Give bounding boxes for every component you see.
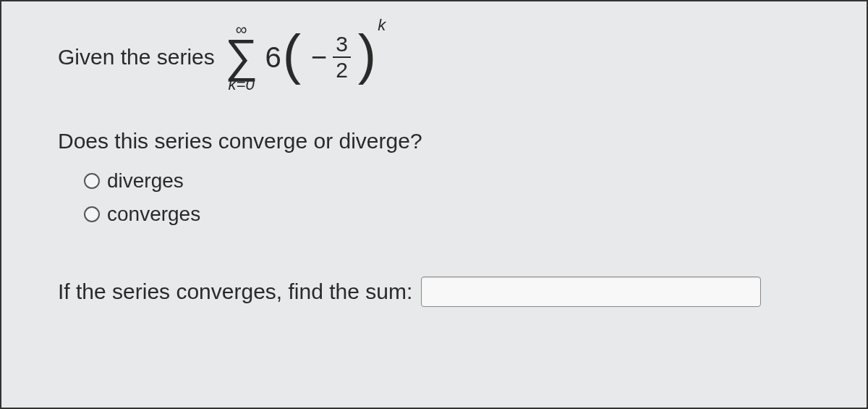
sigma-notation: ∞ ∑ k=0 <box>225 22 258 93</box>
sum-input[interactable] <box>421 277 761 307</box>
radio-icon <box>84 173 100 189</box>
left-paren: ( <box>283 33 301 77</box>
sigma-eq: = <box>237 75 246 93</box>
sum-prompt-line: If the series converges, find the sum: <box>58 277 810 307</box>
option-label: diverges <box>107 169 184 193</box>
paren-content: − 3 2 <box>301 33 358 81</box>
sigma-lower-limit: k=0 <box>229 77 255 93</box>
right-paren: ) <box>358 33 376 77</box>
fraction: 3 2 <box>333 33 351 81</box>
coefficient: 6 <box>265 41 281 74</box>
intro-text: Given the series <box>58 45 215 69</box>
numerator: 3 <box>333 33 351 56</box>
sigma-index-var: k <box>229 75 237 93</box>
exponent: k <box>378 16 386 35</box>
radio-icon <box>84 206 100 222</box>
question-content: Given the series ∞ ∑ k=0 6 ( − 3 2 ) k D… <box>0 0 868 329</box>
option-converges[interactable]: converges <box>84 203 810 226</box>
option-label: converges <box>107 203 200 226</box>
sigma-symbol: ∑ <box>225 36 258 75</box>
sum-prompt-text: If the series converges, find the sum: <box>58 279 412 304</box>
denominator: 2 <box>333 58 351 81</box>
sigma-start: 0 <box>245 75 254 93</box>
radio-options: diverges converges <box>84 169 810 226</box>
minus-sign: − <box>311 42 327 73</box>
question-text: Does this series converge or diverge? <box>58 129 810 153</box>
option-diverges[interactable]: diverges <box>84 169 810 193</box>
series-expression: Given the series ∞ ∑ k=0 6 ( − 3 2 ) k <box>58 22 810 93</box>
